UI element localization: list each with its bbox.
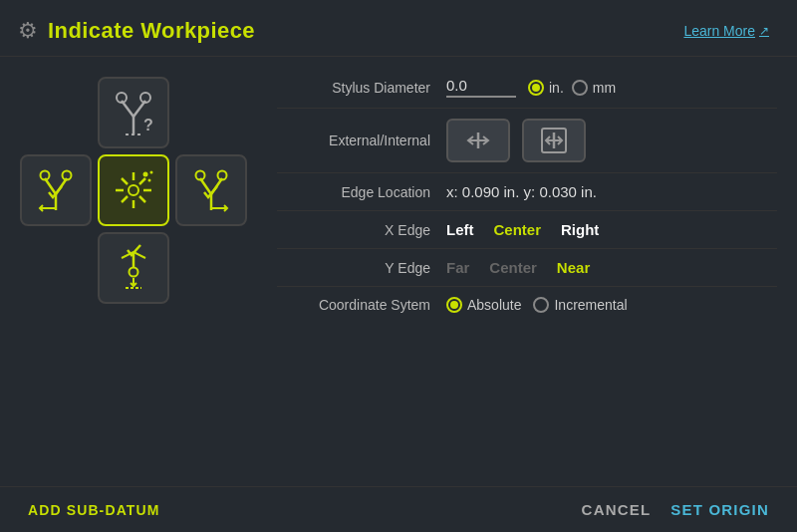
coordinate-system-controls: Absolute Incremental [446, 297, 777, 313]
coordinate-system-row: Coordinate Sytem Absolute Incremental [277, 287, 777, 323]
unit-mm-option[interactable]: mm [572, 80, 616, 96]
external-internal-row: External/Internal [277, 109, 777, 173]
svg-line-8 [45, 178, 56, 194]
svg-line-20 [122, 196, 128, 202]
svg-point-23 [148, 179, 151, 182]
gear-icon: ⚙ [18, 18, 38, 44]
unit-mm-radio[interactable] [572, 80, 588, 96]
absolute-label: Absolute [467, 297, 521, 313]
x-edge-row: X Edge Left Center Right [277, 211, 777, 249]
absolute-radio[interactable] [446, 297, 462, 313]
left-mode-icon [30, 164, 82, 216]
x-edge-controls: Left Center Right [446, 221, 777, 238]
external-icon [460, 123, 496, 158]
y-edge-near[interactable]: Near [557, 259, 590, 276]
stylus-diameter-input[interactable] [446, 77, 516, 98]
y-edge-center[interactable]: Center [489, 259, 537, 276]
coordinate-system-label: Coordinate Sytem [277, 297, 446, 313]
edge-location-label: Edge Location [277, 184, 446, 200]
set-origin-button[interactable]: SET ORIGIN [670, 501, 769, 518]
footer: ADD SUB-DATUM CANCEL SET ORIGIN [0, 486, 797, 532]
center-mode-icon [108, 164, 159, 216]
learn-more-link[interactable]: Learn More ↗ [683, 23, 769, 39]
mode-icon-panel: ? [20, 73, 247, 470]
internal-btn[interactable] [522, 119, 586, 162]
unit-radio-group: in. mm [528, 80, 616, 96]
unit-in-radio[interactable] [528, 80, 544, 96]
edge-location-row: Edge Location x: 0.090 in. y: 0.030 in. [277, 173, 777, 211]
bottom-mode-icon [108, 242, 159, 294]
external-internal-label: External/Internal [277, 133, 446, 148]
unit-in-label: in. [549, 80, 564, 96]
svg-point-32 [130, 268, 138, 277]
y-edge-label: Y Edge [277, 260, 446, 276]
y-edge-controls: Far Center Near [446, 259, 777, 276]
y-edge-far[interactable]: Far [446, 259, 469, 276]
svg-line-18 [139, 196, 145, 202]
x-edge-label: X Edge [277, 222, 446, 238]
x-edge-left[interactable]: Left [446, 221, 474, 238]
header: ⚙ Indicate Workpiece Learn More ↗ [0, 0, 797, 57]
cancel-button[interactable]: CANCEL [582, 501, 652, 518]
mode-btn-left[interactable] [20, 154, 92, 226]
incremental-label: Incremental [554, 297, 627, 313]
svg-line-26 [200, 178, 211, 194]
stylus-diameter-label: Stylus Diameter [277, 80, 446, 96]
unknown-mode-icon: ? [108, 87, 159, 138]
external-btn[interactable] [446, 119, 510, 162]
edge-location-value: x: 0.090 in. y: 0.030 in. [446, 183, 597, 200]
learn-more-label: Learn More [683, 23, 755, 39]
footer-right: CANCEL SET ORIGIN [582, 501, 769, 518]
settings-panel: Stylus Diameter in. mm [267, 73, 777, 470]
right-mode-icon [185, 164, 237, 216]
unit-in-option[interactable]: in. [528, 80, 564, 96]
unit-mm-label: mm [593, 80, 616, 96]
mode-btn-right[interactable] [175, 154, 247, 226]
edge-location-controls: x: 0.090 in. y: 0.030 in. [446, 183, 777, 200]
svg-text:?: ? [143, 117, 153, 133]
y-edge-row: Y Edge Far Center Near [277, 249, 777, 287]
dialog-title: Indicate Workpiece [48, 18, 255, 44]
svg-point-22 [143, 172, 148, 177]
add-sub-datum-button[interactable]: ADD SUB-DATUM [28, 502, 160, 518]
svg-point-24 [150, 171, 153, 174]
svg-line-19 [139, 178, 145, 184]
x-edge-center[interactable]: Center [494, 221, 542, 238]
mode-btn-unknown[interactable]: ? [98, 77, 169, 148]
incremental-option[interactable]: Incremental [533, 297, 627, 313]
internal-icon [536, 123, 572, 158]
external-link-icon: ↗ [759, 24, 769, 38]
header-left: ⚙ Indicate Workpiece [18, 18, 255, 44]
dialog: ⚙ Indicate Workpiece Learn More ↗ [0, 0, 797, 532]
absolute-option[interactable]: Absolute [446, 297, 521, 313]
stylus-diameter-row: Stylus Diameter in. mm [277, 73, 777, 109]
stylus-diameter-controls: in. mm [446, 77, 777, 98]
incremental-radio[interactable] [533, 297, 549, 313]
mode-btn-bottom[interactable] [98, 232, 169, 304]
svg-line-17 [122, 178, 128, 184]
x-edge-right[interactable]: Right [561, 221, 599, 238]
svg-line-34 [133, 252, 145, 258]
svg-point-21 [129, 185, 138, 195]
external-internal-controls [446, 119, 777, 162]
main-content: ? [0, 57, 797, 486]
mode-btn-center-active[interactable] [98, 154, 169, 226]
